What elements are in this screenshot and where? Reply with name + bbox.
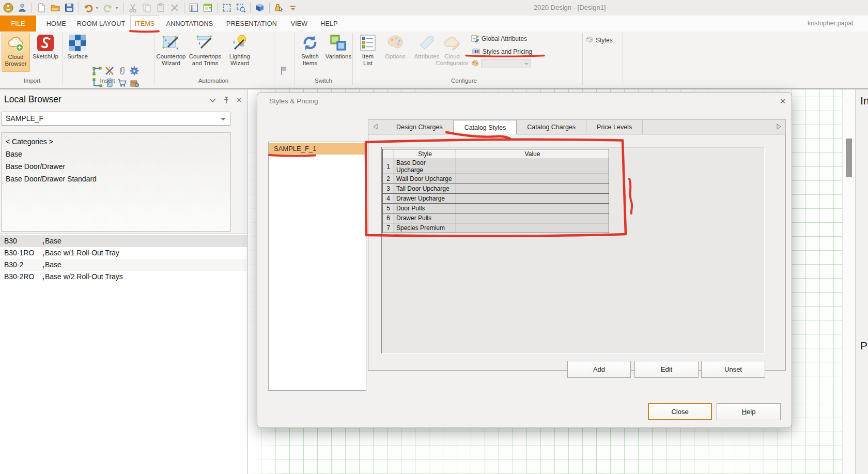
redo-icon[interactable] bbox=[102, 2, 114, 14]
item-list-view-icon[interactable] bbox=[188, 2, 200, 14]
table-row[interactable]: 1Base Door Upcharge bbox=[383, 159, 609, 174]
category-item[interactable]: Base bbox=[2, 148, 230, 160]
help-button[interactable]: Help bbox=[717, 403, 781, 420]
options-button[interactable]: Options bbox=[381, 33, 410, 60]
selection-frame-icon[interactable] bbox=[221, 2, 233, 14]
variations-button[interactable]: Variations bbox=[324, 33, 353, 60]
paste-icon[interactable] bbox=[154, 2, 167, 14]
global-attributes-button[interactable]: Global Attributes bbox=[471, 35, 527, 42]
edit-button[interactable]: Edit bbox=[634, 361, 699, 378]
column-header-value[interactable]: Value bbox=[456, 149, 609, 159]
surface-button[interactable]: Surface bbox=[65, 33, 90, 60]
style-combobox[interactable] bbox=[482, 59, 531, 68]
user-profile-icon[interactable] bbox=[16, 2, 28, 14]
category-item[interactable]: Base Door/Drawer bbox=[2, 160, 230, 173]
tab-scroll-right-icon[interactable] bbox=[775, 124, 782, 131]
item-description: Base w/1 Roll-Out Tray bbox=[45, 247, 119, 259]
tab-help[interactable]: HELP bbox=[316, 16, 342, 32]
view-3d-cube-icon[interactable] bbox=[254, 2, 266, 14]
tab-presentation[interactable]: PRESENTATION bbox=[221, 16, 282, 32]
tab-file[interactable]: FILE bbox=[0, 16, 36, 32]
dialog-tab-design-charges[interactable]: Design Charges bbox=[386, 120, 454, 134]
account-name[interactable]: kristopher.papal bbox=[808, 20, 868, 27]
list-item[interactable]: B30 , Base bbox=[0, 235, 247, 247]
switch-items-label: Switch Items bbox=[299, 53, 321, 66]
attachment-icon[interactable] bbox=[117, 66, 127, 76]
item-code: B30 bbox=[0, 235, 42, 247]
save-icon[interactable] bbox=[63, 2, 75, 14]
style-selector[interactable] bbox=[471, 59, 531, 68]
tab-items[interactable]: ITEMS bbox=[130, 16, 159, 32]
cloud-browser-button[interactable]: Cloud Browser bbox=[2, 33, 30, 72]
countertops-and-trims-button[interactable]: Countertops and Trims bbox=[187, 33, 224, 66]
report-window-icon[interactable] bbox=[202, 2, 214, 14]
lock-pointer-icon[interactable] bbox=[273, 2, 285, 14]
styles-and-pricing-button[interactable]: Styles and Pricing bbox=[472, 48, 532, 55]
group-label-automation: Automation bbox=[180, 78, 247, 86]
attributes-tag-icon bbox=[417, 34, 436, 52]
canvas-vertical-scrollbar[interactable] bbox=[842, 89, 856, 474]
pin-panel-icon[interactable] bbox=[223, 97, 229, 104]
tab-scroll-left-icon[interactable] bbox=[371, 124, 379, 131]
new-document-icon[interactable] bbox=[35, 2, 48, 14]
table-row[interactable]: 5Door Pulls bbox=[383, 204, 609, 213]
lighting-wizard-button[interactable]: Lighting Wizard bbox=[224, 33, 255, 66]
undo-dropdown-caret[interactable]: ▾ bbox=[96, 6, 100, 10]
switch-items-button[interactable]: Switch Items bbox=[297, 33, 323, 66]
ribbon: Cloud Browser SketchUp Import Surface In… bbox=[0, 32, 868, 88]
dialog-tab-price-levels[interactable]: Price Levels bbox=[586, 120, 643, 134]
app-logo-icon[interactable] bbox=[2, 2, 14, 14]
draw-walls-icon[interactable] bbox=[92, 66, 102, 76]
tab-home[interactable]: HOME bbox=[41, 16, 71, 32]
category-item[interactable]: < Categories > bbox=[2, 135, 230, 148]
cloud-configurator-button[interactable]: Cloud Configurator bbox=[435, 33, 469, 66]
table-row[interactable]: 4Drawer Upcharge bbox=[383, 194, 609, 204]
catalog-combobox[interactable]: SAMPLE_F bbox=[2, 112, 230, 126]
dialog-catalog-item[interactable]: SAMPLE_F_1 bbox=[269, 143, 365, 155]
zoom-selection-icon[interactable] bbox=[235, 2, 247, 14]
dimension-cross-icon[interactable] bbox=[104, 66, 115, 76]
toolbar-overflow-icon[interactable] bbox=[287, 2, 299, 14]
scrollbar-thumb[interactable] bbox=[846, 139, 852, 177]
tab-view[interactable]: VIEW bbox=[287, 16, 312, 32]
dialog-tab-panel: Style Value 1Base Door Upcharge 2Wall Do… bbox=[368, 134, 786, 371]
copy-icon[interactable] bbox=[141, 2, 153, 14]
close-panel-icon[interactable]: × bbox=[237, 97, 242, 104]
table-row[interactable]: 7Species Premium bbox=[383, 223, 609, 233]
list-item[interactable]: B30-2RO , Base w/2 Roll-Out Trays bbox=[0, 271, 247, 283]
table-row[interactable]: 6Drawer Pulls bbox=[383, 213, 609, 223]
divider bbox=[79, 3, 79, 13]
tab-annotations[interactable]: ANNOTATIONS bbox=[163, 16, 216, 32]
styles-and-pricing-label: Styles and Pricing bbox=[483, 48, 532, 55]
fixture-gear-icon[interactable] bbox=[129, 66, 140, 76]
dialog-tab-catalog-styles[interactable]: Catalog Styles bbox=[454, 120, 517, 134]
undo-icon[interactable] bbox=[82, 2, 95, 14]
item-list-button[interactable]: Item List bbox=[355, 33, 380, 66]
flag-icon[interactable] bbox=[279, 66, 289, 76]
cut-icon[interactable] bbox=[127, 2, 139, 14]
close-button[interactable]: Close bbox=[648, 403, 712, 420]
sketchup-button[interactable]: SketchUp bbox=[31, 33, 60, 60]
dialog-tab-catalog-charges[interactable]: Catalog Charges bbox=[517, 120, 586, 134]
delete-icon[interactable] bbox=[168, 2, 181, 14]
dialog-close-icon[interactable]: × bbox=[776, 95, 790, 108]
tab-room-layout[interactable]: ROOM LAYOUT bbox=[75, 16, 127, 32]
redo-dropdown-caret[interactable]: ▾ bbox=[116, 6, 120, 10]
cloud-configurator-label: Cloud Configurator bbox=[435, 53, 469, 66]
docked-panel-bottom-label: P bbox=[860, 340, 867, 352]
open-folder-icon[interactable] bbox=[49, 2, 61, 14]
add-button[interactable]: Add bbox=[567, 361, 631, 378]
table-row[interactable]: 2Wall Door Upcharge bbox=[383, 174, 609, 184]
unset-button[interactable]: Unset bbox=[701, 361, 765, 378]
divider bbox=[250, 3, 251, 13]
panel-menu-chevron-icon[interactable] bbox=[209, 98, 216, 103]
list-item[interactable]: B30-1RO , Base w/1 Roll-Out Tray bbox=[0, 247, 247, 259]
list-item[interactable]: B30-2 , Base bbox=[0, 259, 247, 271]
styles-button[interactable]: Styles bbox=[585, 36, 613, 44]
countertop-wizard-button[interactable]: Countertop Wizard bbox=[156, 33, 186, 66]
docked-panel-edge[interactable]: In P bbox=[856, 89, 868, 474]
category-item[interactable]: Base Door/Drawer Standard bbox=[2, 173, 230, 185]
window-title: 2020 Design - [Design1] bbox=[534, 4, 606, 11]
column-header-style[interactable]: Style bbox=[394, 149, 456, 159]
table-row[interactable]: 3Tall Door Upcharge bbox=[383, 184, 609, 194]
